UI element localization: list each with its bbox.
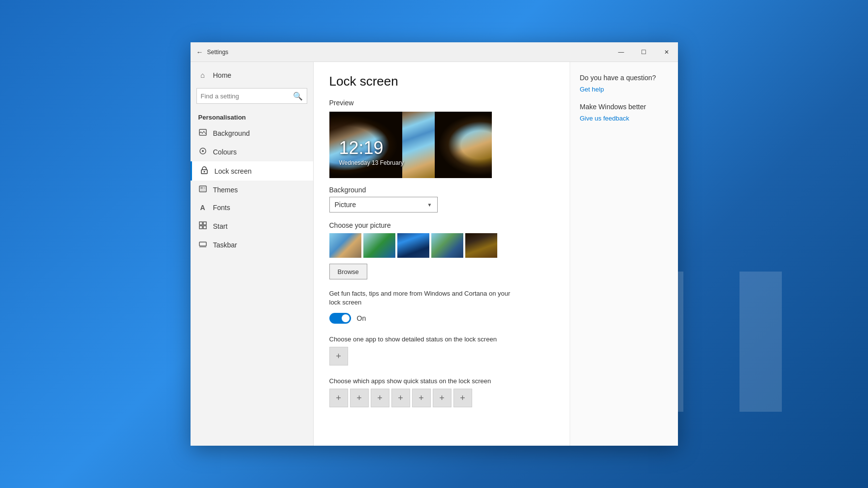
home-label: Home (213, 71, 231, 79)
themes-nav-label: Themes (213, 186, 238, 194)
back-button[interactable]: ← (196, 48, 203, 56)
sidebar-item-fonts[interactable]: A Fonts (191, 199, 313, 216)
svg-rect-12 (203, 226, 206, 229)
quick-plus-4: + (398, 393, 403, 403)
settings-window: ← Settings — ☐ ✕ ⌂ Home 🔍 Personalisatio… (191, 42, 678, 446)
sidebar-item-themes[interactable]: Themes (191, 181, 313, 199)
background-icon (198, 129, 207, 137)
colours-icon (198, 147, 207, 156)
quick-plus-2: + (356, 393, 362, 403)
quick-status-app-boxes: + + + + + + + (329, 389, 554, 407)
quick-app-box-2[interactable]: + (350, 389, 369, 407)
quick-plus-1: + (336, 393, 341, 403)
toggle-row: On (329, 313, 554, 324)
tips-toggle[interactable] (329, 313, 351, 324)
svg-rect-13 (199, 242, 206, 246)
sidebar-item-colours[interactable]: Colours (191, 142, 313, 161)
svg-rect-7 (203, 187, 205, 189)
quick-app-box-7[interactable]: + (453, 389, 472, 407)
lock-screen-icon (200, 166, 209, 176)
preview-time: 12:19 (339, 138, 384, 158)
svg-rect-14 (199, 246, 206, 247)
detailed-plus-icon: + (336, 351, 341, 362)
maximize-button[interactable]: ☐ (633, 42, 655, 62)
main-content: Lock screen Preview 12:19 Wednesday 13 F… (314, 62, 570, 446)
svg-rect-9 (199, 222, 202, 225)
browse-button[interactable]: Browse (329, 264, 367, 279)
dropdown-value: Picture (335, 201, 356, 209)
sidebar-item-background[interactable]: Background (191, 124, 313, 142)
svg-rect-11 (199, 226, 202, 229)
sidebar-item-taskbar[interactable]: Taskbar (191, 236, 313, 254)
preview-label: Preview (329, 99, 554, 107)
right-panel: Do you have a question? Get help Make Wi… (570, 62, 678, 446)
right-question: Do you have a question? (580, 74, 668, 82)
quick-app-box-4[interactable]: + (391, 389, 410, 407)
svg-point-4 (203, 171, 205, 173)
sidebar-item-start[interactable]: Start (191, 216, 313, 236)
quick-plus-7: + (460, 393, 465, 403)
quick-app-box-6[interactable]: + (433, 389, 451, 407)
picture-thumb-1[interactable] (329, 233, 361, 258)
search-input[interactable] (201, 92, 290, 100)
picture-thumb-4[interactable] (431, 233, 463, 258)
lock-screen-nav-label: Lock screen (215, 167, 252, 175)
taskbar-icon (198, 241, 207, 249)
make-better-heading: Make Windows better (580, 103, 668, 111)
lock-screen-preview: 12:19 Wednesday 13 February (329, 112, 492, 178)
page-title: Lock screen (329, 74, 554, 89)
close-button[interactable]: ✕ (655, 42, 678, 62)
choose-picture-label: Choose your picture (329, 221, 554, 229)
fonts-nav-label: Fonts (213, 204, 230, 212)
quick-app-box-5[interactable]: + (412, 389, 431, 407)
sidebar: ⌂ Home 🔍 Personalisation Background Colo… (191, 62, 314, 446)
detailed-status-label: Choose one app to show detailed status o… (329, 336, 554, 343)
quick-status-label: Choose which apps show quick status on t… (329, 377, 554, 385)
start-icon (198, 221, 207, 231)
svg-point-2 (202, 150, 204, 152)
preview-date: Wednesday 13 February (339, 159, 404, 166)
themes-icon (198, 185, 207, 194)
fonts-icon: A (198, 204, 207, 212)
picture-thumbnails (329, 233, 554, 258)
svg-rect-6 (200, 187, 203, 189)
window-controls: — ☐ ✕ (610, 42, 678, 62)
home-icon: ⌂ (198, 71, 207, 79)
picture-thumb-3[interactable] (397, 233, 429, 258)
get-help-link[interactable]: Get help (580, 86, 668, 93)
search-box[interactable]: 🔍 (196, 88, 307, 104)
sidebar-item-home[interactable]: ⌂ Home (191, 66, 313, 84)
background-nav-label: Background (213, 129, 250, 137)
start-nav-label: Start (213, 222, 228, 230)
quick-plus-5: + (418, 393, 424, 403)
title-bar: ← Settings — ☐ ✕ (191, 42, 678, 62)
quick-app-box-1[interactable]: + (329, 389, 348, 407)
taskbar-nav-label: Taskbar (213, 241, 237, 249)
dropdown-arrow-icon: ▼ (427, 202, 432, 208)
quick-plus-3: + (377, 393, 383, 403)
background-dropdown[interactable]: Picture ▼ (329, 197, 438, 213)
window-title: Settings (207, 49, 228, 56)
svg-rect-8 (200, 189, 205, 191)
window-body: ⌂ Home 🔍 Personalisation Background Colo… (191, 62, 678, 446)
tips-text: Get fun facts, tips and more from Window… (329, 289, 516, 307)
picture-thumb-2[interactable] (363, 233, 395, 258)
search-icon: 🔍 (293, 92, 303, 101)
colours-nav-label: Colours (213, 148, 237, 156)
quick-plus-6: + (439, 393, 445, 403)
toggle-thumb (342, 314, 350, 322)
title-bar-left: ← Settings (196, 48, 228, 56)
quick-app-box-3[interactable]: + (371, 389, 389, 407)
sidebar-section-label: Personalisation (191, 108, 313, 124)
background-dropdown-label: Background (329, 186, 554, 194)
sidebar-item-lock-screen[interactable]: Lock screen (191, 161, 313, 181)
svg-rect-10 (203, 222, 206, 225)
give-feedback-link[interactable]: Give us feedback (580, 115, 668, 122)
picture-thumb-5[interactable] (465, 233, 497, 258)
detailed-status-app-box[interactable]: + (329, 347, 348, 366)
minimize-button[interactable]: — (610, 42, 633, 62)
toggle-label: On (357, 314, 366, 322)
